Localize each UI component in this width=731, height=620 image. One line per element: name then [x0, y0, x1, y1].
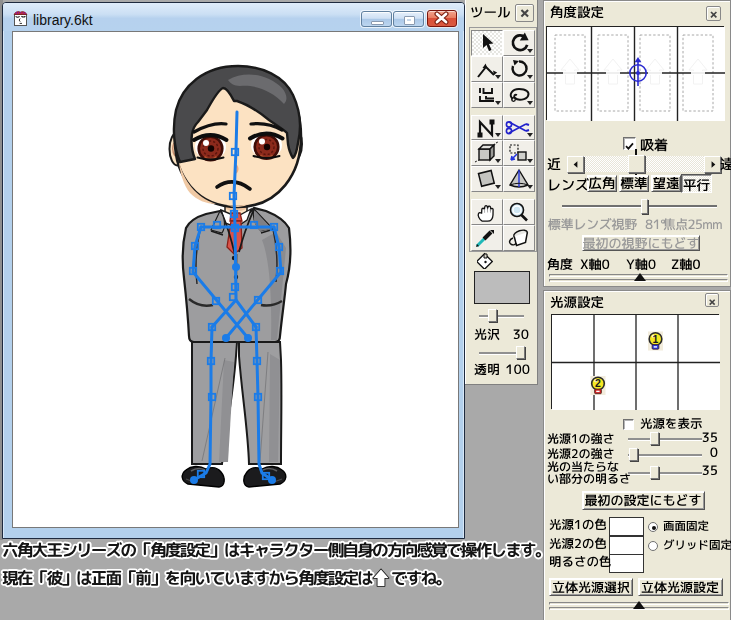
svg-text:1: 1 [653, 333, 659, 345]
svg-text:2: 2 [595, 377, 601, 389]
